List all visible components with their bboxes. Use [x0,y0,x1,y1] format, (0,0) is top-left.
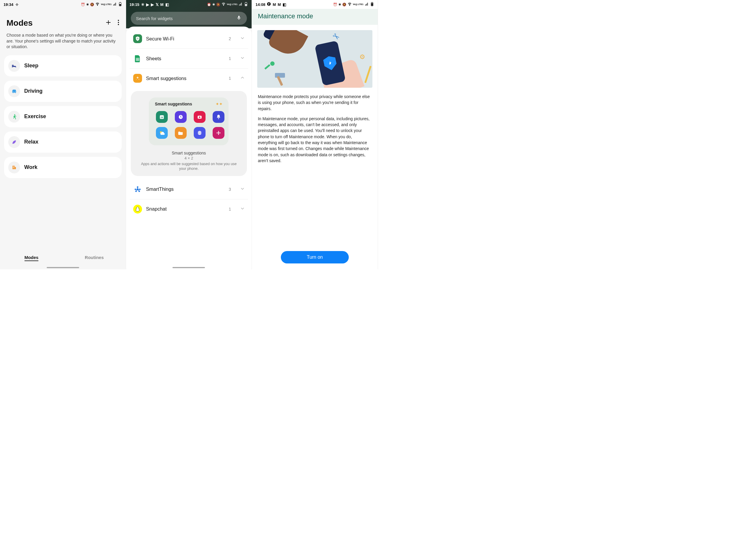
signal-icon [113,2,117,7]
more-button[interactable] [117,20,119,27]
nav-handle[interactable] [173,267,205,268]
svg-rect-2 [17,3,18,4]
svg-point-10 [118,24,119,25]
svg-rect-7 [119,4,121,6]
svg-point-35 [218,118,219,119]
twitter-icon: 𝕏 [156,2,159,7]
youtube-icon: ▶ [151,2,154,7]
wifi-icon [221,2,226,7]
search-placeholder: Search for widgets [136,16,173,21]
svg-rect-25 [238,16,240,18]
svg-point-34 [199,116,200,118]
youtube-icon: ▶ [146,2,149,7]
battery-icon [244,2,248,7]
mode-item-driving[interactable]: Driving [4,81,122,102]
car-icon [8,85,20,97]
widget-count: 1 [229,207,231,211]
widget-count: 2 [229,36,231,41]
mute-icon: 🔕 [90,3,94,7]
svg-point-14 [14,114,15,116]
network-label: Vo)) LTE1 [101,3,111,6]
svg-point-9 [118,22,119,23]
status-bar: 19:34 ⏰ ✳ 🔕 Vo)) LTE1 [0,0,126,9]
widget-row-secure-wifi[interactable]: Secure Wi-Fi 2 [130,27,248,49]
mode-item-sleep[interactable]: Sleep [4,55,122,76]
bluetooth-icon: ✳ [212,3,215,7]
app-gallery-icon [213,127,224,139]
alarm-icon: ⏰ [333,3,337,7]
leaf-icon [8,136,20,148]
alarm-icon: ⏰ [81,3,85,7]
bluetooth-icon: ✳ [339,3,341,7]
status-time: 19:34 [4,2,13,7]
network-label: Vo)) LTE1 [227,3,237,6]
sparkle-icon: ✦✦ [216,102,223,106]
building-icon [8,162,20,173]
mode-label: Work [24,164,38,170]
app-browser-icon [194,127,205,139]
svg-point-39 [218,132,219,134]
status-bar: 14:08 M M ◧ ⏰ ✳ 🔕 Vo)) LTE1 [252,0,378,9]
svg-point-21 [223,5,224,6]
svg-point-45 [137,187,138,187]
svg-rect-54 [371,3,373,6]
gmail-icon: M [272,2,276,7]
sheets-icon [133,54,142,63]
widget-row-smart-suggestions[interactable]: Smart suggestions 1 [130,68,248,88]
svg-rect-16 [15,167,16,169]
widget-row-snapchat[interactable]: Snapchat 1 [130,199,248,219]
mic-icon[interactable] [236,15,242,22]
bluetooth-icon: ✳ [86,3,89,7]
shield-wifi-icon [133,34,142,43]
preview-app-grid: 28 [154,109,224,141]
svg-point-42 [217,132,218,133]
screen-modes: 19:34 ⏰ ✳ 🔕 Vo)) LTE1 Modes [0,0,126,270]
mute-icon: 🔕 [342,3,346,7]
mode-item-exercise[interactable]: Exercise [4,106,122,127]
status-bar: 19:15 ✳ ▶ ▶ 𝕏 M ◧ ⏰ ✳ 🔕 Vo)) LTE1 [126,0,252,9]
chevron-down-icon [240,36,245,42]
mode-item-relax[interactable]: Relax [4,131,122,153]
status-time: 14:08 [256,2,265,7]
widget-label: Snapchat [146,206,225,212]
bed-icon [8,60,20,72]
svg-rect-18 [14,166,14,167]
search-input[interactable]: Search for widgets [131,12,247,25]
svg-text:28: 28 [161,116,163,119]
facebook-icon [267,2,271,7]
tab-routines[interactable]: Routines [63,252,126,263]
tab-modes[interactable]: Modes [0,252,63,263]
widget-preview: Smart suggestions ✦✦ 28 [149,98,229,145]
chevron-down-icon [240,55,245,62]
gmail-icon: M [160,2,164,7]
app-files-icon [175,127,187,139]
sparkle-icon [133,74,142,83]
preview-caption-title: Smart suggestions [131,151,247,155]
page-description: Choose a mode based on what you're doing… [0,30,126,55]
mode-item-work[interactable]: Work [4,157,122,178]
slack-icon: ✳ [141,2,144,7]
network-label: Vo)) LTE1 [353,3,363,6]
body-text: Maintenance mode protects your privacy w… [252,92,378,170]
turn-on-button[interactable]: Turn on [281,251,349,264]
add-button[interactable] [105,19,112,27]
photos-icon: ◧ [283,2,286,7]
mode-label: Relax [24,139,38,145]
bottom-tabs: Modes Routines [0,252,126,263]
snapchat-icon [133,205,142,213]
signal-icon [239,2,243,7]
svg-point-28 [138,79,139,80]
gmail-icon: M [277,2,281,7]
mode-label: Driving [24,88,42,94]
svg-rect-19 [13,168,14,168]
widget-row-smartthings[interactable]: SmartThings 3 [130,180,248,199]
preview-title: Smart suggestions [155,102,192,106]
button-label: Turn on [307,255,323,260]
nav-handle[interactable] [47,267,79,268]
svg-point-51 [349,5,350,6]
page-title: Modes [7,18,33,28]
svg-point-26 [137,39,138,39]
widget-row-sheets[interactable]: Sheets 1 [130,49,248,68]
widget-preview-card[interactable]: Smart suggestions ✦✦ 28 Smart suggestion… [131,91,247,176]
svg-point-47 [135,189,135,190]
